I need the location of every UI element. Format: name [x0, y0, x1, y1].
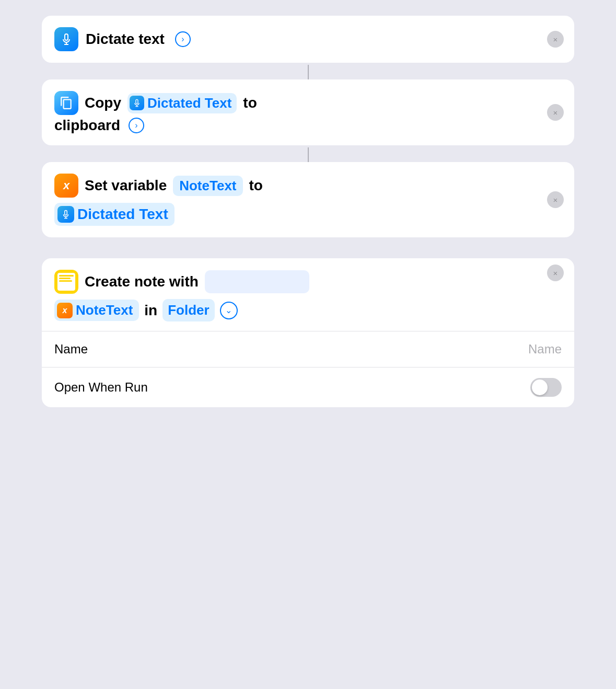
- dictated-text-label-sv: Dictated Text: [77, 206, 168, 223]
- dictated-text-badge-sv[interactable]: Dictated Text: [54, 203, 175, 226]
- notes-icon-inner: [57, 273, 75, 291]
- dictate-close-button[interactable]: ×: [547, 31, 564, 48]
- sv-row-1: x Set variable NoteText to: [54, 174, 538, 198]
- createnote-close-button[interactable]: ×: [547, 265, 564, 281]
- name-field-label: Name: [54, 342, 88, 357]
- note-line-3: [59, 280, 72, 282]
- in-text: in: [144, 302, 157, 319]
- folder-badge[interactable]: Folder: [162, 299, 214, 321]
- name-field-row[interactable]: Name Name: [42, 331, 574, 367]
- copy-svg: [60, 96, 73, 110]
- dictate-chevron-button[interactable]: ›: [175, 31, 191, 47]
- sv-row-2: Dictated Text: [54, 203, 538, 226]
- sv-to-text: to: [249, 177, 263, 194]
- open-when-run-label: Open When Run: [54, 380, 148, 395]
- var-icon-cn: x: [57, 303, 73, 318]
- var-x-cn: x: [63, 306, 67, 315]
- badge-mic-svg: [133, 99, 141, 107]
- dictate-text-card: Dictate text › ×: [42, 16, 574, 63]
- badge-mic-icon-sv: [57, 206, 74, 223]
- microphone-icon: [54, 27, 78, 51]
- note-body-empty-badge[interactable]: [205, 270, 309, 293]
- copy-close-button[interactable]: ×: [547, 104, 564, 121]
- variable-x-label: x: [63, 179, 69, 192]
- open-when-run-toggle[interactable]: [530, 378, 562, 397]
- copy-to-text: to: [243, 95, 257, 111]
- connector-1: [308, 65, 309, 79]
- setvariable-close-button[interactable]: ×: [547, 191, 564, 208]
- folder-chevron-down[interactable]: ⌄: [220, 302, 238, 319]
- folder-label: Folder: [168, 302, 209, 318]
- set-variable-card: x Set variable NoteText to Dictated Text…: [42, 162, 574, 237]
- create-note-card: Create note with x NoteText in Folder ⌄ …: [42, 258, 574, 407]
- copy-row-2: clipboard ›: [54, 117, 538, 134]
- copy-icon: [54, 91, 78, 115]
- note-line-1: [59, 275, 74, 277]
- notetext-label-cn: NoteText: [76, 302, 133, 318]
- badge-mic-svg-sv: [61, 210, 71, 219]
- badge-mic-icon: [130, 96, 144, 110]
- notes-icon: [54, 270, 78, 294]
- connector-2: [308, 147, 309, 162]
- notetext-badge-cn[interactable]: x NoteText: [54, 300, 139, 321]
- note-line-2: [59, 278, 71, 279]
- dictated-text-badge-copy[interactable]: Dictated Text: [127, 93, 237, 113]
- copy-prefix-text: Copy: [85, 95, 121, 111]
- open-when-run-row: Open When Run: [42, 368, 574, 407]
- set-variable-prefix: Set variable: [85, 177, 167, 194]
- name-field-placeholder: Name: [528, 342, 562, 357]
- notetext-badge-sv[interactable]: NoteText: [173, 176, 242, 196]
- copy-clipboard-card: Copy Dictated Text to clipboard › ×: [42, 79, 574, 145]
- create-note-top: Create note with x NoteText in Folder ⌄ …: [42, 258, 574, 331]
- create-note-title: Create note with: [85, 273, 199, 290]
- dictate-text-title: Dictate text: [86, 31, 165, 48]
- mic-svg: [60, 33, 73, 45]
- toggle-thumb: [532, 380, 548, 395]
- cn-row-2: x NoteText in Folder ⌄: [54, 299, 538, 321]
- variable-icon: x: [54, 174, 78, 198]
- dictated-text-label-copy: Dictated Text: [147, 95, 231, 111]
- copy-chevron-button[interactable]: ›: [129, 118, 144, 133]
- copy-row-1: Copy Dictated Text to: [54, 91, 538, 115]
- clipboard-text: clipboard: [54, 117, 120, 134]
- cn-row-1: Create note with: [54, 270, 538, 294]
- notetext-label-sv: NoteText: [179, 178, 236, 194]
